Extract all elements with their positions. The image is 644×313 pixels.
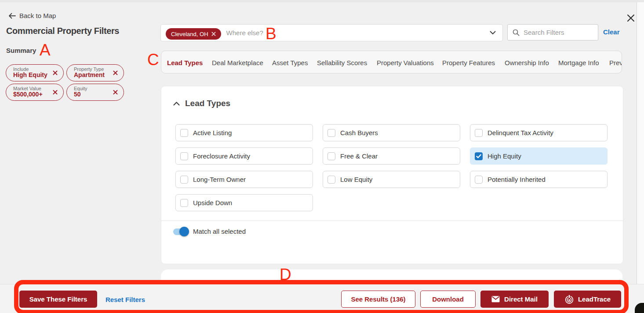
checkbox-unchecked[interactable] bbox=[327, 129, 335, 137]
filter-search-box[interactable] bbox=[507, 24, 598, 41]
option-delinquent-tax-activity[interactable]: Delinquent Tax Activity bbox=[470, 124, 608, 141]
checkbox-unchecked[interactable] bbox=[327, 152, 335, 160]
back-to-map-link[interactable]: Back to Map bbox=[8, 12, 56, 19]
option-foreclosure-activity[interactable]: Foreclosure Activity bbox=[175, 147, 313, 165]
clear-filters-link[interactable]: Clear bbox=[603, 28, 620, 36]
toggle-label: Match all selected bbox=[193, 228, 246, 235]
chip-remove-icon[interactable] bbox=[53, 70, 58, 75]
lead-types-section-header[interactable]: Lead Types bbox=[173, 99, 230, 108]
filter-category-tabs: Lead Types Deal Marketplace Asset Types … bbox=[161, 51, 622, 74]
filter-search-input[interactable] bbox=[524, 29, 611, 36]
option-free-and-clear[interactable]: Free & Clear bbox=[323, 147, 460, 165]
option-high-equity[interactable]: High Equity bbox=[470, 147, 608, 165]
summary-chips: Include High Equity Property Type Apartm… bbox=[6, 64, 124, 101]
option-upside-down[interactable]: Upside Down bbox=[175, 194, 313, 211]
page-title: Commercial Property Filters bbox=[6, 26, 119, 36]
see-results-button[interactable]: See Results (136) bbox=[341, 291, 415, 308]
checkbox-unchecked[interactable] bbox=[475, 129, 483, 137]
match-all-toggle-row: Match all selected bbox=[173, 227, 246, 236]
option-active-listing[interactable]: Active Listing bbox=[175, 124, 313, 141]
page-edge-strip bbox=[637, 2, 644, 284]
tab-asset-types[interactable]: Asset Types bbox=[272, 51, 308, 74]
back-to-map-label: Back to Map bbox=[19, 12, 56, 19]
location-combobox[interactable]: Cleveland, OH bbox=[160, 24, 503, 41]
checkbox-unchecked[interactable] bbox=[180, 152, 188, 160]
direct-mail-button[interactable]: Direct Mail bbox=[480, 291, 549, 308]
location-chip-remove-icon[interactable] bbox=[211, 32, 216, 36]
back-arrow-icon bbox=[8, 13, 16, 19]
option-long-term-owner[interactable]: Long-Term Owner bbox=[175, 171, 313, 188]
checkmark-icon bbox=[476, 154, 481, 158]
chip-remove-icon[interactable] bbox=[53, 90, 58, 95]
chip-market-value[interactable]: Market Value $500,000+ bbox=[6, 84, 64, 101]
match-all-toggle[interactable] bbox=[173, 227, 189, 236]
chip-property-type[interactable]: Property Type Apartment bbox=[66, 64, 124, 81]
checkbox-unchecked[interactable] bbox=[327, 176, 335, 184]
chip-remove-icon[interactable] bbox=[113, 70, 118, 75]
checkbox-unchecked[interactable] bbox=[180, 199, 188, 207]
chip-equity[interactable]: Equity 50 bbox=[66, 84, 124, 101]
checkbox-unchecked[interactable] bbox=[180, 176, 188, 184]
tab-property-features[interactable]: Property Features bbox=[442, 51, 495, 74]
location-search-input[interactable] bbox=[226, 29, 485, 37]
mail-icon bbox=[491, 296, 500, 302]
lead-types-card: Lead Types Active Listing Cash Buyers De… bbox=[161, 86, 623, 264]
chip-value: 50 bbox=[74, 91, 111, 98]
reset-filters-link[interactable]: Reset Filters bbox=[106, 296, 145, 303]
section-title: Lead Types bbox=[185, 99, 230, 108]
chevron-down-icon[interactable] bbox=[490, 31, 496, 35]
summary-label: Summary bbox=[6, 47, 36, 54]
leadtrace-icon bbox=[564, 295, 574, 304]
tab-sellability-scores[interactable]: Sellability Scores bbox=[317, 51, 367, 74]
checkbox-checked[interactable] bbox=[475, 152, 483, 160]
checkbox-unchecked[interactable] bbox=[180, 129, 188, 137]
download-button[interactable]: Download bbox=[420, 291, 476, 308]
leadtrace-button[interactable]: LeadTrace bbox=[554, 291, 621, 308]
option-potentially-inherited[interactable]: Potentially Inherited bbox=[470, 171, 608, 188]
tab-lead-types[interactable]: Lead Types bbox=[167, 51, 203, 74]
chip-value: $500,000+ bbox=[13, 91, 51, 98]
close-icon[interactable] bbox=[627, 14, 635, 22]
option-low-equity[interactable]: Low Equity bbox=[323, 171, 460, 188]
chip-include[interactable]: Include High Equity bbox=[6, 64, 64, 81]
chip-value: High Equity bbox=[13, 72, 51, 78]
section-divider bbox=[161, 221, 623, 221]
tab-property-valuations[interactable]: Property Valuations bbox=[377, 51, 434, 74]
tab-deal-marketplace[interactable]: Deal Marketplace bbox=[212, 51, 263, 74]
save-filters-button[interactable]: Save These Filters bbox=[19, 291, 97, 308]
tab-ownership-info[interactable]: Ownership Info bbox=[505, 51, 549, 74]
tab-mortgage-info[interactable]: Mortgage Info bbox=[558, 51, 599, 74]
lead-type-options: Active Listing Cash Buyers Delinquent Ta… bbox=[175, 124, 608, 211]
commercial-property-filters-screen: Back to Map Commercial Property Filters … bbox=[0, 0, 644, 313]
location-chip[interactable]: Cleveland, OH bbox=[166, 28, 221, 40]
toggle-knob bbox=[179, 227, 189, 236]
search-icon bbox=[513, 29, 520, 36]
tab-prev[interactable]: Prev bbox=[609, 51, 622, 74]
chip-remove-icon[interactable] bbox=[113, 90, 118, 95]
chevron-up-icon[interactable] bbox=[173, 102, 180, 106]
checkbox-unchecked[interactable] bbox=[475, 176, 483, 184]
chip-value: Apartment bbox=[74, 72, 111, 78]
location-chip-label: Cleveland, OH bbox=[171, 31, 208, 37]
option-cash-buyers[interactable]: Cash Buyers bbox=[323, 124, 460, 141]
